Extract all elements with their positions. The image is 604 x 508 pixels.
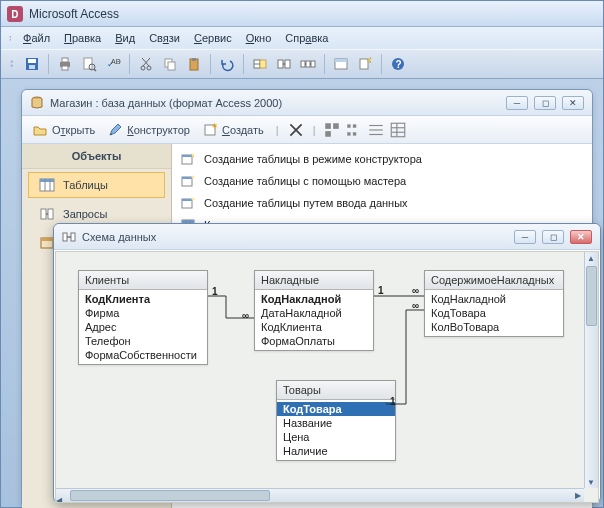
table-contents[interactable]: СодержимоеНакладных КодНакладной КодТова… <box>424 270 564 337</box>
menu-view[interactable]: Вид <box>108 30 142 46</box>
menu-window-label: кно <box>254 32 271 44</box>
svg-rect-4 <box>62 58 68 62</box>
table-goods[interactable]: Товары КодТовара Название Цена Наличие <box>276 380 396 461</box>
sidebar-item-label: Запросы <box>63 208 107 220</box>
minimize-button[interactable]: ─ <box>514 230 536 244</box>
db-open-label: Открыть <box>52 124 95 136</box>
field[interactable]: КодНакладной <box>255 292 373 306</box>
field[interactable]: КолВоТовара <box>425 320 563 334</box>
close-button[interactable]: ✕ <box>570 230 592 244</box>
menu-file[interactable]: Файл <box>16 30 57 46</box>
field[interactable]: ФормаСобственности <box>79 348 207 362</box>
svg-text:ABC: ABC <box>111 58 121 65</box>
separator <box>324 54 325 74</box>
menu-service-label: ервис <box>202 32 232 44</box>
delete-icon[interactable] <box>287 121 305 139</box>
svg-point-11 <box>141 66 145 70</box>
sidebar-header: Объекты <box>22 144 171 169</box>
sidebar-item-tables[interactable]: Таблицы <box>28 172 165 198</box>
scroll-right-icon[interactable]: ▶ <box>572 489 584 501</box>
print-preview-icon[interactable] <box>78 53 100 75</box>
menu-help[interactable]: Справка <box>278 30 335 46</box>
save-icon[interactable] <box>21 53 43 75</box>
svg-rect-44 <box>348 124 351 127</box>
svg-rect-78 <box>71 233 75 241</box>
field[interactable]: Название <box>277 416 395 430</box>
svg-rect-63 <box>41 238 53 241</box>
vertical-scrollbar[interactable]: ▲ ▼ <box>584 252 598 488</box>
maximize-button[interactable]: ◻ <box>542 230 564 244</box>
svg-line-8 <box>94 69 96 71</box>
paste-icon[interactable] <box>183 53 205 75</box>
maximize-button[interactable]: ◻ <box>534 96 556 110</box>
svg-text:✶: ✶ <box>211 122 218 131</box>
create-icon: ✶ <box>202 122 218 138</box>
print-icon[interactable] <box>54 53 76 75</box>
menu-service[interactable]: Сервис <box>187 30 239 46</box>
menu-window[interactable]: Окно <box>239 30 279 46</box>
svg-line-14 <box>142 58 149 66</box>
db-create-button[interactable]: ✶ Создать <box>198 120 268 140</box>
help-icon[interactable]: ? <box>387 53 409 75</box>
db-design-button[interactable]: Конструктор <box>103 120 194 140</box>
minimize-button[interactable]: ─ <box>506 96 528 110</box>
list-item[interactable]: Создание таблицы в режиме конструктора <box>178 148 586 170</box>
horizontal-scrollbar[interactable]: ◀ ▶ <box>56 488 584 502</box>
field[interactable]: КодТовара <box>425 306 563 320</box>
schema-canvas[interactable]: Клиенты КодКлиента Фиpма Адрес Телефон Ф… <box>55 251 599 503</box>
svg-rect-65 <box>182 155 192 157</box>
svg-rect-5 <box>62 66 68 70</box>
svg-rect-42 <box>334 123 340 129</box>
table-invoices[interactable]: Накладные КодНакладной ДатаНакладной Код… <box>254 270 374 351</box>
list-icon[interactable] <box>367 121 385 139</box>
all-relations-icon[interactable] <box>297 53 319 75</box>
direct-relations-icon[interactable] <box>273 53 295 75</box>
db-create-label: Создать <box>222 124 264 136</box>
svg-rect-71 <box>182 199 192 201</box>
field[interactable]: Фиpма <box>79 306 207 320</box>
scroll-up-icon[interactable]: ▲ <box>585 252 597 264</box>
separator <box>243 54 244 74</box>
details-icon[interactable] <box>389 121 407 139</box>
undo-icon[interactable] <box>216 53 238 75</box>
field[interactable]: КодКлиента <box>255 320 373 334</box>
large-icons-icon[interactable] <box>323 121 341 139</box>
db-toolbar: Открыть Конструктор ✶ Создать | | <box>22 116 592 144</box>
svg-rect-25 <box>301 61 305 67</box>
list-item-label: Создание таблицы с помощью мастера <box>204 175 406 187</box>
svg-point-72 <box>192 198 195 201</box>
list-item[interactable]: Создание таблицы путем ввода данных <box>178 192 586 214</box>
separator <box>210 54 211 74</box>
copy-icon[interactable] <box>159 53 181 75</box>
database-window-icon[interactable] <box>330 53 352 75</box>
field[interactable]: Телефон <box>79 334 207 348</box>
list-item[interactable]: Создание таблицы с помощью мастера <box>178 170 586 192</box>
scroll-left-icon[interactable]: ◀ <box>56 496 68 503</box>
menu-links[interactable]: Связи <box>142 30 187 46</box>
field[interactable]: ФормаОплаты <box>255 334 373 348</box>
field[interactable]: КодКлиента <box>79 292 207 306</box>
field[interactable]: Адрес <box>79 320 207 334</box>
main-toolbar: ᛬ ✓ABC * ? <box>1 49 603 79</box>
new-object-icon[interactable]: * <box>354 53 376 75</box>
menu-edit[interactable]: Правка <box>57 30 108 46</box>
svg-rect-47 <box>353 132 356 135</box>
show-table-icon[interactable] <box>249 53 271 75</box>
svg-rect-60 <box>48 209 53 219</box>
field[interactable]: КодНакладной <box>425 292 563 306</box>
cut-icon[interactable] <box>135 53 157 75</box>
small-icons-icon[interactable] <box>345 121 363 139</box>
separator: | <box>276 124 279 136</box>
field[interactable]: ДатаНакладной <box>255 306 373 320</box>
menu-links-label: Связи <box>149 32 180 44</box>
scroll-down-icon[interactable]: ▼ <box>585 476 597 488</box>
table-clients[interactable]: Клиенты КодКлиента Фиpма Адрес Телефон Ф… <box>78 270 208 365</box>
close-button[interactable]: ✕ <box>562 96 584 110</box>
db-open-button[interactable]: Открыть <box>28 120 99 140</box>
spellcheck-icon[interactable]: ✓ABC <box>102 53 124 75</box>
field[interactable]: Цена <box>277 430 395 444</box>
svg-rect-6 <box>84 58 92 69</box>
db-window-controls: ─ ◻ ✕ <box>506 96 584 110</box>
field[interactable]: Наличие <box>277 444 395 458</box>
field[interactable]: КодТовара <box>277 402 395 416</box>
